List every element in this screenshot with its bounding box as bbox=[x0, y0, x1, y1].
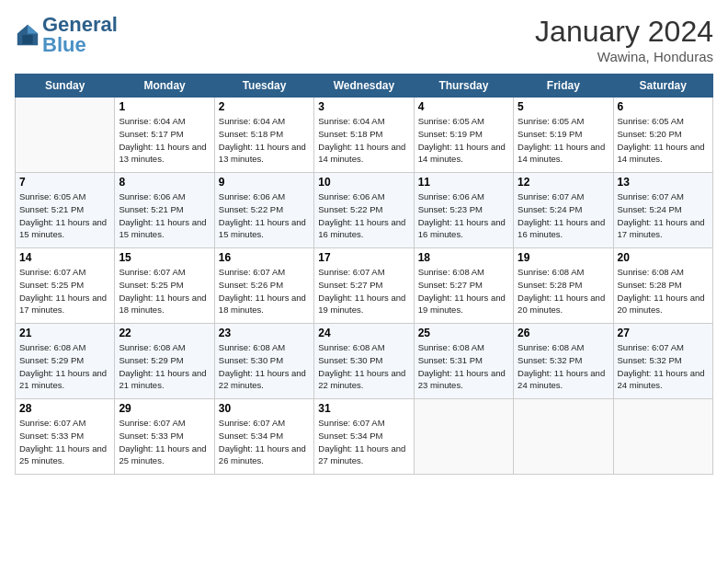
calendar-cell: 23 Sunrise: 6:08 AMSunset: 5:30 PMDaylig… bbox=[214, 324, 313, 399]
day-number: 14 bbox=[19, 251, 110, 264]
calendar-cell: 1 Sunrise: 6:04 AMSunset: 5:17 PMDayligh… bbox=[115, 98, 214, 173]
calendar-cell: 21 Sunrise: 6:08 AMSunset: 5:29 PMDaylig… bbox=[16, 324, 115, 399]
day-number: 10 bbox=[318, 176, 409, 189]
calendar-cell: 11 Sunrise: 6:06 AMSunset: 5:23 PMDaylig… bbox=[414, 173, 513, 248]
day-info: Sunrise: 6:08 AMSunset: 5:27 PMDaylight:… bbox=[418, 266, 509, 316]
day-number: 6 bbox=[618, 100, 709, 113]
logo-icon bbox=[15, 22, 40, 48]
day-info: Sunrise: 6:05 AMSunset: 5:19 PMDaylight:… bbox=[518, 115, 609, 166]
week-row-5: 28 Sunrise: 6:07 AMSunset: 5:33 PMDaylig… bbox=[16, 399, 713, 475]
day-info: Sunrise: 6:04 AMSunset: 5:18 PMDaylight:… bbox=[318, 115, 409, 166]
col-sunday: Sunday bbox=[16, 75, 115, 98]
page-container: General Blue January 2024 Wawina, Hondur… bbox=[0, 0, 728, 484]
day-info: Sunrise: 6:08 AMSunset: 5:29 PMDaylight:… bbox=[19, 341, 110, 392]
col-monday: Monday bbox=[115, 75, 214, 98]
day-number: 24 bbox=[318, 327, 409, 339]
calendar-cell: 10 Sunrise: 6:06 AMSunset: 5:22 PMDaylig… bbox=[314, 173, 414, 248]
day-info: Sunrise: 6:07 AMSunset: 5:27 PMDaylight:… bbox=[318, 266, 409, 316]
location: Wawina, Honduras bbox=[535, 49, 713, 64]
col-friday: Friday bbox=[514, 75, 613, 98]
month-title: January 2024 bbox=[535, 15, 713, 49]
header-row: Sunday Monday Tuesday Wednesday Thursday… bbox=[16, 75, 713, 98]
calendar-cell: 25 Sunrise: 6:08 AMSunset: 5:31 PMDaylig… bbox=[414, 324, 513, 399]
calendar-cell: 29 Sunrise: 6:07 AMSunset: 5:33 PMDaylig… bbox=[115, 399, 214, 475]
calendar-cell bbox=[514, 399, 613, 475]
calendar-cell: 12 Sunrise: 6:07 AMSunset: 5:24 PMDaylig… bbox=[514, 173, 613, 248]
calendar-cell: 22 Sunrise: 6:08 AMSunset: 5:29 PMDaylig… bbox=[115, 324, 214, 399]
calendar-cell: 3 Sunrise: 6:04 AMSunset: 5:18 PMDayligh… bbox=[314, 98, 414, 173]
day-info: Sunrise: 6:04 AMSunset: 5:17 PMDaylight:… bbox=[119, 115, 210, 166]
col-wednesday: Wednesday bbox=[314, 75, 414, 98]
day-number: 17 bbox=[318, 251, 409, 264]
day-info: Sunrise: 6:07 AMSunset: 5:34 PMDaylight:… bbox=[318, 417, 409, 467]
calendar-cell: 7 Sunrise: 6:05 AMSunset: 5:21 PMDayligh… bbox=[16, 173, 115, 248]
day-info: Sunrise: 6:07 AMSunset: 5:32 PMDaylight:… bbox=[618, 341, 709, 392]
week-row-3: 14 Sunrise: 6:07 AMSunset: 5:25 PMDaylig… bbox=[16, 248, 713, 324]
calendar-cell: 8 Sunrise: 6:06 AMSunset: 5:21 PMDayligh… bbox=[115, 173, 214, 248]
calendar-header: Sunday Monday Tuesday Wednesday Thursday… bbox=[16, 75, 713, 98]
day-info: Sunrise: 6:05 AMSunset: 5:21 PMDaylight:… bbox=[19, 190, 110, 241]
day-info: Sunrise: 6:07 AMSunset: 5:33 PMDaylight:… bbox=[19, 417, 110, 467]
day-info: Sunrise: 6:06 AMSunset: 5:22 PMDaylight:… bbox=[219, 190, 310, 241]
calendar-cell: 15 Sunrise: 6:07 AMSunset: 5:25 PMDaylig… bbox=[115, 248, 214, 324]
day-info: Sunrise: 6:07 AMSunset: 5:24 PMDaylight:… bbox=[518, 190, 609, 241]
day-number: 2 bbox=[219, 100, 310, 113]
day-number: 5 bbox=[518, 100, 609, 113]
day-info: Sunrise: 6:06 AMSunset: 5:21 PMDaylight:… bbox=[119, 190, 210, 241]
calendar-cell: 24 Sunrise: 6:08 AMSunset: 5:30 PMDaylig… bbox=[314, 324, 414, 399]
calendar-cell: 2 Sunrise: 6:04 AMSunset: 5:18 PMDayligh… bbox=[214, 98, 313, 173]
day-info: Sunrise: 6:08 AMSunset: 5:29 PMDaylight:… bbox=[119, 341, 210, 392]
day-number: 27 bbox=[618, 327, 709, 339]
day-number: 12 bbox=[518, 176, 609, 189]
title-block: January 2024 Wawina, Honduras bbox=[535, 15, 713, 64]
svg-marker-1 bbox=[28, 25, 38, 34]
week-row-1: 1 Sunrise: 6:04 AMSunset: 5:17 PMDayligh… bbox=[16, 98, 713, 173]
day-number: 23 bbox=[219, 327, 310, 339]
day-number: 30 bbox=[219, 402, 310, 415]
day-info: Sunrise: 6:07 AMSunset: 5:26 PMDaylight:… bbox=[219, 266, 310, 316]
logo-blue: Blue bbox=[42, 33, 86, 56]
day-info: Sunrise: 6:08 AMSunset: 5:32 PMDaylight:… bbox=[518, 341, 609, 392]
day-number: 8 bbox=[119, 176, 210, 189]
day-info: Sunrise: 6:08 AMSunset: 5:31 PMDaylight:… bbox=[418, 341, 509, 392]
day-number: 9 bbox=[219, 176, 310, 189]
calendar-cell: 31 Sunrise: 6:07 AMSunset: 5:34 PMDaylig… bbox=[314, 399, 414, 475]
calendar-cell: 28 Sunrise: 6:07 AMSunset: 5:33 PMDaylig… bbox=[16, 399, 115, 475]
logo-text: General Blue bbox=[42, 15, 118, 55]
calendar-cell: 17 Sunrise: 6:07 AMSunset: 5:27 PMDaylig… bbox=[314, 248, 414, 324]
calendar-body: 1 Sunrise: 6:04 AMSunset: 5:17 PMDayligh… bbox=[16, 98, 713, 475]
day-info: Sunrise: 6:07 AMSunset: 5:25 PMDaylight:… bbox=[19, 266, 110, 316]
day-number: 19 bbox=[518, 251, 609, 264]
day-number: 29 bbox=[119, 402, 210, 415]
day-number: 3 bbox=[318, 100, 409, 113]
svg-rect-2 bbox=[22, 35, 32, 44]
day-info: Sunrise: 6:08 AMSunset: 5:30 PMDaylight:… bbox=[219, 341, 310, 392]
week-row-4: 21 Sunrise: 6:08 AMSunset: 5:29 PMDaylig… bbox=[16, 324, 713, 399]
day-number: 18 bbox=[418, 251, 509, 264]
calendar-cell: 18 Sunrise: 6:08 AMSunset: 5:27 PMDaylig… bbox=[414, 248, 513, 324]
day-number: 28 bbox=[19, 402, 110, 415]
calendar-cell: 20 Sunrise: 6:08 AMSunset: 5:28 PMDaylig… bbox=[613, 248, 712, 324]
calendar-cell: 13 Sunrise: 6:07 AMSunset: 5:24 PMDaylig… bbox=[613, 173, 712, 248]
day-info: Sunrise: 6:06 AMSunset: 5:22 PMDaylight:… bbox=[318, 190, 409, 241]
week-row-2: 7 Sunrise: 6:05 AMSunset: 5:21 PMDayligh… bbox=[16, 173, 713, 248]
logo: General Blue bbox=[15, 15, 118, 55]
calendar-cell: 26 Sunrise: 6:08 AMSunset: 5:32 PMDaylig… bbox=[514, 324, 613, 399]
day-number: 22 bbox=[119, 327, 210, 339]
day-number: 13 bbox=[618, 176, 709, 189]
calendar-cell: 30 Sunrise: 6:07 AMSunset: 5:34 PMDaylig… bbox=[214, 399, 313, 475]
calendar-cell: 6 Sunrise: 6:05 AMSunset: 5:20 PMDayligh… bbox=[613, 98, 712, 173]
day-info: Sunrise: 6:07 AMSunset: 5:24 PMDaylight:… bbox=[618, 190, 709, 241]
day-number: 15 bbox=[119, 251, 210, 264]
calendar-cell bbox=[414, 399, 513, 475]
col-tuesday: Tuesday bbox=[214, 75, 313, 98]
day-number: 26 bbox=[518, 327, 609, 339]
day-number: 4 bbox=[418, 100, 509, 113]
day-number: 11 bbox=[418, 176, 509, 189]
day-info: Sunrise: 6:04 AMSunset: 5:18 PMDaylight:… bbox=[219, 115, 310, 166]
calendar-cell bbox=[613, 399, 712, 475]
calendar-cell bbox=[16, 98, 115, 173]
day-number: 21 bbox=[19, 327, 110, 339]
calendar-cell: 16 Sunrise: 6:07 AMSunset: 5:26 PMDaylig… bbox=[214, 248, 313, 324]
day-info: Sunrise: 6:05 AMSunset: 5:19 PMDaylight:… bbox=[418, 115, 509, 166]
